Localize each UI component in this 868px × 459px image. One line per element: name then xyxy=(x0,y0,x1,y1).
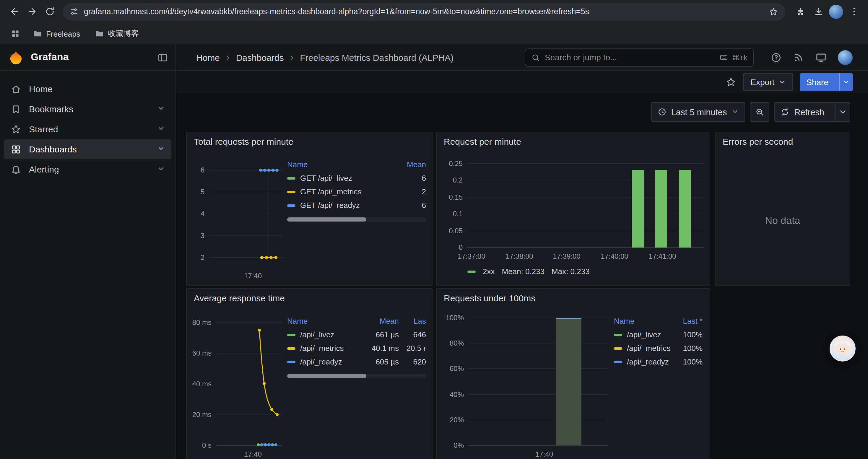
legend-header-name[interactable]: Name xyxy=(614,317,672,325)
grid-lines xyxy=(216,323,282,446)
bookmark-folder-label: Freeleaps xyxy=(46,29,80,38)
legend-row[interactable]: /api/_livez 100% xyxy=(614,328,703,341)
legend-row[interactable]: GET /api/_livez 6 xyxy=(287,171,426,185)
bookmark-folder-freeleaps[interactable]: Freeleaps xyxy=(27,26,86,41)
legend-row[interactable]: /api/_metrics 100% xyxy=(614,341,703,355)
reload-button[interactable] xyxy=(41,3,58,20)
refresh-label: Refresh xyxy=(794,107,824,117)
legend-header-name[interactable]: Name xyxy=(287,317,362,325)
refresh-main[interactable]: Refresh xyxy=(775,103,830,121)
legend-mean: Mean: 0.233 xyxy=(502,267,545,276)
export-button[interactable]: Export xyxy=(743,73,793,91)
panel-errors-per-second: Errors per second No data xyxy=(715,132,850,286)
user-avatar[interactable] xyxy=(838,50,852,65)
share-label[interactable]: Share xyxy=(800,77,835,87)
share-menu-button[interactable] xyxy=(839,73,852,91)
sidebar-item-label: Home xyxy=(29,84,53,94)
breadcrumb-current: Freeleaps Metrics Dashboard (ALPHA) xyxy=(300,52,454,62)
legend-row[interactable]: GET /api/_metrics 2 xyxy=(287,185,426,198)
legend-row[interactable]: /api/_livez 661 µs 646 xyxy=(287,328,426,341)
sidebar-item-dashboards[interactable]: Dashboards xyxy=(4,139,172,159)
home-icon xyxy=(11,84,21,94)
floating-assistant-avatar[interactable] xyxy=(830,335,856,362)
series-readyz xyxy=(259,169,279,172)
zoom-out-button[interactable] xyxy=(750,102,769,122)
panel-title[interactable]: Requests under 100ms xyxy=(444,293,535,303)
legend-row[interactable]: GET /api/_readyz 6 xyxy=(287,198,426,212)
sidebar-nav: Home Bookmarks Starred Dashboards xyxy=(0,71,176,187)
sidebar-item-home[interactable]: Home xyxy=(4,79,172,99)
share-button[interactable]: Share xyxy=(800,73,852,91)
panel-total-requests: Total requests per minute 6 5 4 xyxy=(186,132,433,286)
panel-title[interactable]: Errors per second xyxy=(723,136,793,146)
svg-text:5: 5 xyxy=(200,188,205,196)
help-button[interactable] xyxy=(771,52,782,63)
rss-icon xyxy=(793,52,804,63)
legend-header-last[interactable]: Last * xyxy=(672,317,703,325)
series-swatch-blue xyxy=(287,204,296,206)
grafana-logo[interactable] xyxy=(8,50,24,65)
bookmark-folder-blogs[interactable]: 收藏博客 xyxy=(89,26,144,41)
panel-title[interactable]: Average response time xyxy=(194,293,285,303)
sidebar-item-alerting[interactable]: Alerting xyxy=(4,160,172,179)
legend-header-name[interactable]: Name xyxy=(287,160,392,168)
dashboard-controls: Export Share xyxy=(176,71,868,93)
breadcrumb-chevron-icon: › xyxy=(288,52,295,63)
breadcrumb-dashboards[interactable]: Dashboards xyxy=(236,52,284,62)
bookmark-folder-label: 收藏博客 xyxy=(108,28,139,39)
news-rss-button[interactable] xyxy=(793,52,804,63)
series-swatch-green xyxy=(614,333,622,336)
download-icon xyxy=(813,6,824,17)
back-icon xyxy=(9,6,19,17)
browser-menu-button[interactable] xyxy=(845,3,862,20)
panel-requests-under-100ms: Requests under 100ms 100% 80% 60% xyxy=(436,288,710,459)
legend-row[interactable]: /api/_metrics 40.1 ms 20.5 r xyxy=(287,341,426,355)
site-info-icon[interactable] xyxy=(70,7,79,16)
search-input[interactable] xyxy=(545,53,714,62)
favorite-dashboard-button[interactable] xyxy=(725,76,736,87)
profile-button[interactable] xyxy=(828,3,844,20)
legend-series[interactable]: 2xx xyxy=(483,267,495,276)
legend-header-mean[interactable]: Mean xyxy=(392,160,426,168)
refresh-interval-button[interactable] xyxy=(835,103,850,121)
url-input[interactable] xyxy=(84,7,764,16)
forward-button[interactable] xyxy=(24,3,40,20)
bookmark-star-icon[interactable] xyxy=(769,7,778,16)
legend-scrollbar[interactable] xyxy=(287,218,426,222)
legend-header-last[interactable]: Las xyxy=(399,317,426,325)
legend-header-mean[interactable]: Mean xyxy=(362,317,399,325)
search-bar[interactable]: ⌘+k xyxy=(525,48,754,66)
refresh-button[interactable]: Refresh xyxy=(774,102,850,122)
puzzle-icon xyxy=(796,6,806,17)
series-swatch-yellow xyxy=(614,347,622,350)
kiosk-monitor-button[interactable] xyxy=(815,52,827,63)
legend-row[interactable]: /api/_readyz 100% xyxy=(614,355,703,369)
series-swatch-blue xyxy=(287,361,296,363)
svg-text:0.05: 0.05 xyxy=(449,227,463,235)
scrollbar-thumb[interactable] xyxy=(287,374,366,378)
breadcrumb-home[interactable]: Home xyxy=(196,52,220,62)
legend-scrollbar[interactable] xyxy=(287,374,426,378)
apps-grid-button[interactable] xyxy=(7,25,24,42)
svg-text:0 s: 0 s xyxy=(202,441,212,449)
panel-requests-per-minute: Request per minute 0.25 0.2 0.15 xyxy=(436,132,710,286)
legend-row[interactable]: /api/_readyz 605 µs 620 xyxy=(287,355,426,369)
extensions-button[interactable] xyxy=(793,3,809,20)
panel-title[interactable]: Total requests per minute xyxy=(194,136,293,146)
scrollbar-thumb[interactable] xyxy=(287,218,366,222)
sidebar-item-starred[interactable]: Starred xyxy=(4,119,172,139)
sidebar-item-label: Bookmarks xyxy=(29,104,73,114)
svg-text:17:39:00: 17:39:00 xyxy=(553,252,580,260)
browser-window: Freeleaps 收藏博客 Grafana xyxy=(0,0,868,459)
sidebar-item-bookmarks[interactable]: Bookmarks xyxy=(4,99,172,119)
collapse-sidebar-button[interactable] xyxy=(157,52,168,63)
time-range-picker[interactable]: Last 5 minutes xyxy=(651,102,745,122)
url-bar[interactable] xyxy=(63,3,785,21)
panel-title[interactable]: Request per minute xyxy=(444,136,521,146)
download-button[interactable] xyxy=(810,3,827,20)
dashboard-canvas: Last 5 minutes Refresh xyxy=(176,93,868,459)
back-button[interactable] xyxy=(6,3,23,20)
clock-icon xyxy=(658,107,666,117)
reload-icon xyxy=(44,6,55,17)
bar-chart[interactable]: 0.25 0.2 0.15 0.1 0.05 0 17:37:00 17:38:… xyxy=(437,132,710,286)
